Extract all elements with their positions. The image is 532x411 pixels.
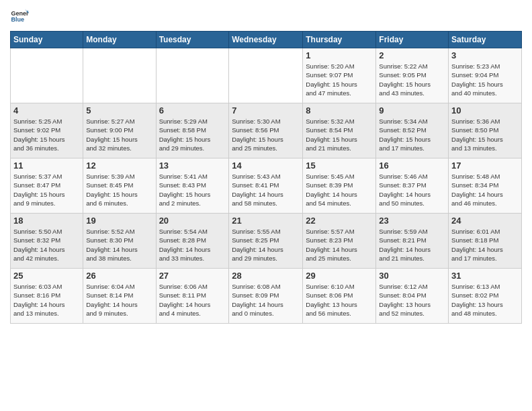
day-info: Sunrise: 5:22 AM Sunset: 9:05 PM Dayligh… — [379, 62, 445, 97]
day-info: Sunrise: 5:55 AM Sunset: 8:25 PM Dayligh… — [232, 227, 300, 263]
day-info: Sunrise: 5:36 AM Sunset: 8:50 PM Dayligh… — [451, 117, 519, 152]
day-number: 22 — [306, 216, 373, 226]
day-number: 20 — [159, 216, 226, 226]
day-number: 30 — [379, 271, 445, 281]
day-cell: 8Sunrise: 5:32 AM Sunset: 8:54 PM Daylig… — [303, 103, 376, 158]
day-number: 18 — [13, 216, 80, 226]
day-info: Sunrise: 5:54 AM Sunset: 8:28 PM Dayligh… — [159, 227, 226, 263]
day-cell: 5Sunrise: 5:27 AM Sunset: 9:00 PM Daylig… — [83, 103, 156, 158]
day-number: 14 — [232, 161, 300, 171]
day-info: Sunrise: 5:45 AM Sunset: 8:39 PM Dayligh… — [306, 172, 373, 208]
logo-icon: General Blue — [10, 7, 29, 26]
day-info: Sunrise: 6:03 AM Sunset: 8:16 PM Dayligh… — [13, 282, 80, 318]
day-number: 31 — [451, 271, 519, 281]
day-cell: 10Sunrise: 5:36 AM Sunset: 8:50 PM Dayli… — [449, 103, 522, 158]
day-cell: 30Sunrise: 6:12 AM Sunset: 8:04 PM Dayli… — [376, 269, 449, 324]
day-number: 10 — [451, 105, 519, 116]
day-cell: 21Sunrise: 5:55 AM Sunset: 8:25 PM Dayli… — [229, 214, 303, 269]
day-cell — [83, 48, 156, 103]
day-info: Sunrise: 6:06 AM Sunset: 8:11 PM Dayligh… — [159, 282, 226, 318]
day-number: 16 — [379, 161, 445, 171]
day-info: Sunrise: 6:10 AM Sunset: 8:06 PM Dayligh… — [306, 282, 373, 318]
day-info: Sunrise: 5:39 AM Sunset: 8:45 PM Dayligh… — [86, 172, 152, 208]
header: General Blue — [10, 7, 522, 26]
day-cell: 17Sunrise: 5:48 AM Sunset: 8:34 PM Dayli… — [449, 158, 522, 214]
day-cell: 6Sunrise: 5:29 AM Sunset: 8:58 PM Daylig… — [156, 103, 229, 158]
day-cell: 1Sunrise: 5:20 AM Sunset: 9:07 PM Daylig… — [303, 48, 376, 103]
day-info: Sunrise: 5:57 AM Sunset: 8:23 PM Dayligh… — [306, 227, 373, 263]
day-number: 19 — [86, 216, 152, 226]
weekday-friday: Friday — [376, 32, 449, 48]
day-info: Sunrise: 5:43 AM Sunset: 8:41 PM Dayligh… — [232, 172, 300, 208]
week-row-2: 4Sunrise: 5:25 AM Sunset: 9:02 PM Daylig… — [11, 103, 522, 158]
day-info: Sunrise: 6:04 AM Sunset: 8:14 PM Dayligh… — [86, 282, 152, 318]
weekday-header-row: SundayMondayTuesdayWednesdayThursdayFrid… — [11, 32, 522, 48]
day-number: 11 — [13, 161, 80, 171]
day-info: Sunrise: 5:37 AM Sunset: 8:47 PM Dayligh… — [13, 172, 80, 208]
day-cell: 22Sunrise: 5:57 AM Sunset: 8:23 PM Dayli… — [303, 214, 376, 269]
day-number: 3 — [451, 50, 519, 60]
day-info: Sunrise: 6:12 AM Sunset: 8:04 PM Dayligh… — [379, 282, 445, 318]
day-cell — [11, 48, 83, 103]
day-cell: 26Sunrise: 6:04 AM Sunset: 8:14 PM Dayli… — [83, 269, 156, 324]
day-info: Sunrise: 5:29 AM Sunset: 8:58 PM Dayligh… — [159, 117, 226, 152]
day-cell: 16Sunrise: 5:46 AM Sunset: 8:37 PM Dayli… — [376, 158, 449, 214]
day-cell: 12Sunrise: 5:39 AM Sunset: 8:45 PM Dayli… — [83, 158, 156, 214]
day-cell: 29Sunrise: 6:10 AM Sunset: 8:06 PM Dayli… — [303, 269, 376, 324]
day-info: Sunrise: 5:41 AM Sunset: 8:43 PM Dayligh… — [159, 172, 226, 208]
weekday-thursday: Thursday — [303, 32, 376, 48]
calendar-table: SundayMondayTuesdayWednesdayThursdayFrid… — [10, 31, 522, 324]
day-info: Sunrise: 6:13 AM Sunset: 8:02 PM Dayligh… — [451, 282, 519, 318]
day-number: 26 — [86, 271, 152, 281]
day-info: Sunrise: 5:30 AM Sunset: 8:56 PM Dayligh… — [232, 117, 300, 152]
week-row-5: 25Sunrise: 6:03 AM Sunset: 8:16 PM Dayli… — [11, 269, 522, 324]
weekday-tuesday: Tuesday — [156, 32, 229, 48]
day-info: Sunrise: 6:08 AM Sunset: 8:09 PM Dayligh… — [232, 282, 300, 318]
day-info: Sunrise: 5:46 AM Sunset: 8:37 PM Dayligh… — [379, 172, 445, 208]
logo: General Blue — [10, 7, 30, 26]
day-info: Sunrise: 5:50 AM Sunset: 8:32 PM Dayligh… — [13, 227, 80, 263]
day-number: 29 — [306, 271, 373, 281]
day-cell: 9Sunrise: 5:34 AM Sunset: 8:52 PM Daylig… — [376, 103, 449, 158]
day-info: Sunrise: 5:23 AM Sunset: 9:04 PM Dayligh… — [451, 62, 519, 97]
day-info: Sunrise: 6:01 AM Sunset: 8:18 PM Dayligh… — [451, 227, 519, 263]
day-cell: 4Sunrise: 5:25 AM Sunset: 9:02 PM Daylig… — [11, 103, 83, 158]
day-cell: 31Sunrise: 6:13 AM Sunset: 8:02 PM Dayli… — [449, 269, 522, 324]
day-number: 27 — [159, 271, 226, 281]
day-cell: 24Sunrise: 6:01 AM Sunset: 8:18 PM Dayli… — [449, 214, 522, 269]
day-cell: 15Sunrise: 5:45 AM Sunset: 8:39 PM Dayli… — [303, 158, 376, 214]
day-info: Sunrise: 5:59 AM Sunset: 8:21 PM Dayligh… — [379, 227, 445, 263]
day-number: 23 — [379, 216, 445, 226]
day-cell: 18Sunrise: 5:50 AM Sunset: 8:32 PM Dayli… — [11, 214, 83, 269]
day-number: 5 — [86, 105, 152, 116]
day-number: 13 — [159, 161, 226, 171]
day-number: 9 — [379, 105, 445, 116]
day-cell: 28Sunrise: 6:08 AM Sunset: 8:09 PM Dayli… — [229, 269, 303, 324]
day-info: Sunrise: 5:32 AM Sunset: 8:54 PM Dayligh… — [306, 117, 373, 152]
day-cell — [229, 48, 303, 103]
day-number: 6 — [159, 105, 226, 116]
day-number: 12 — [86, 161, 152, 171]
day-cell: 2Sunrise: 5:22 AM Sunset: 9:05 PM Daylig… — [376, 48, 449, 103]
week-row-1: 1Sunrise: 5:20 AM Sunset: 9:07 PM Daylig… — [11, 48, 522, 103]
day-info: Sunrise: 5:25 AM Sunset: 9:02 PM Dayligh… — [13, 117, 80, 152]
day-number: 17 — [451, 161, 519, 171]
day-info: Sunrise: 5:52 AM Sunset: 8:30 PM Dayligh… — [86, 227, 152, 263]
day-number: 15 — [306, 161, 373, 171]
day-number: 8 — [306, 105, 373, 116]
day-number: 7 — [232, 105, 300, 116]
day-cell: 7Sunrise: 5:30 AM Sunset: 8:56 PM Daylig… — [229, 103, 303, 158]
day-number: 1 — [306, 50, 373, 60]
day-info: Sunrise: 5:34 AM Sunset: 8:52 PM Dayligh… — [379, 117, 445, 152]
day-number: 28 — [232, 271, 300, 281]
weekday-monday: Monday — [83, 32, 156, 48]
day-number: 24 — [451, 216, 519, 226]
week-row-4: 18Sunrise: 5:50 AM Sunset: 8:32 PM Dayli… — [11, 214, 522, 269]
day-cell: 3Sunrise: 5:23 AM Sunset: 9:04 PM Daylig… — [449, 48, 522, 103]
day-number: 4 — [13, 105, 80, 116]
day-number: 21 — [232, 216, 300, 226]
day-cell: 11Sunrise: 5:37 AM Sunset: 8:47 PM Dayli… — [11, 158, 83, 214]
weekday-wednesday: Wednesday — [229, 32, 303, 48]
week-row-3: 11Sunrise: 5:37 AM Sunset: 8:47 PM Dayli… — [11, 158, 522, 214]
day-cell: 23Sunrise: 5:59 AM Sunset: 8:21 PM Dayli… — [376, 214, 449, 269]
